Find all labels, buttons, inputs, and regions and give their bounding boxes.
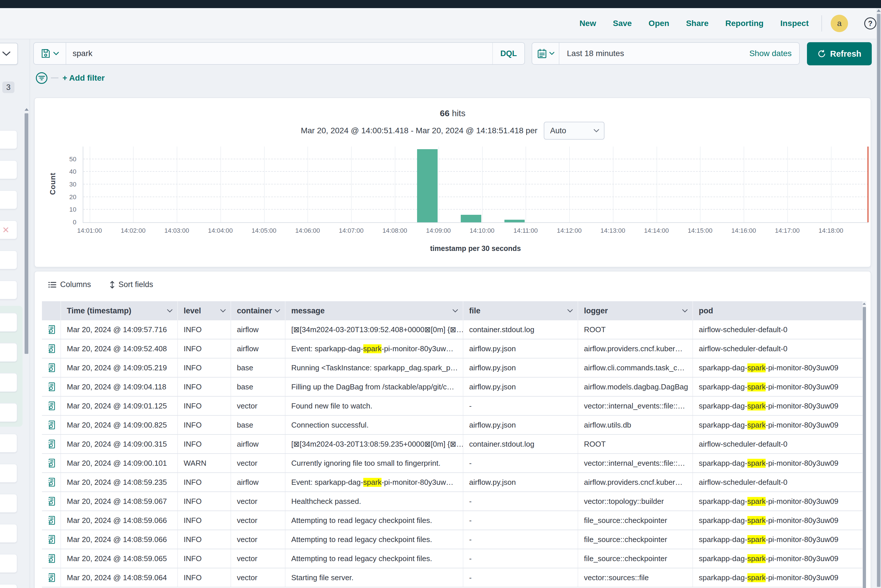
cell-logger: ROOT [578, 320, 693, 339]
expand-document-button[interactable] [42, 416, 61, 434]
cell-container: vector [231, 530, 286, 549]
documents-table-panel: Columns Sort fields Time (timestamp)leve… [34, 271, 871, 588]
field-item-button[interactable] [0, 494, 17, 513]
refresh-button[interactable]: Refresh [807, 42, 872, 65]
help-icon[interactable]: ? [864, 17, 876, 30]
sort-fields-button[interactable]: Sort fields [110, 280, 153, 289]
field-item-button[interactable] [0, 280, 17, 300]
x-tick-label: 14:18:00 [818, 227, 843, 234]
y-gridline [83, 159, 868, 159]
x-gridline [526, 147, 526, 222]
save-icon [41, 48, 51, 58]
field-item-button[interactable] [0, 373, 17, 392]
columns-button[interactable]: Columns [48, 280, 91, 289]
expand-document-button[interactable] [42, 511, 61, 530]
avatar[interactable]: a [831, 15, 848, 32]
cell-time: Mar 20, 2024 @ 14:08:59.064 [61, 568, 178, 587]
nav-new[interactable]: New [579, 19, 596, 28]
inspect-document-icon [46, 496, 56, 506]
field-item-button[interactable] [0, 250, 17, 269]
field-item-button[interactable] [0, 464, 17, 483]
x-gridline [700, 147, 701, 222]
nav-inspect[interactable]: Inspect [780, 19, 809, 28]
table-row: Mar 20, 2024 @ 14:09:00.101WARNvectorCur… [42, 454, 863, 473]
expand-document-button[interactable] [42, 435, 61, 453]
x-tick-label: 14:11:00 [513, 227, 538, 234]
column-header-container[interactable]: container [231, 301, 286, 320]
field-item-button[interactable] [0, 434, 17, 453]
cell-logger: ROOT [578, 435, 693, 453]
field-item-button[interactable] [0, 554, 17, 573]
expand-document-button[interactable] [42, 530, 61, 549]
nav-open[interactable]: Open [648, 19, 669, 28]
query-language-button[interactable]: DQL [492, 43, 525, 64]
column-header-level[interactable]: level [178, 301, 231, 320]
nav-save[interactable]: Save [613, 19, 632, 28]
histogram-bar[interactable] [504, 220, 525, 222]
expand-document-button[interactable] [42, 568, 61, 587]
sidebar-collapse-button[interactable] [0, 43, 18, 65]
remove-field-icon[interactable]: ✕ [2, 225, 9, 235]
rail-scrollbar[interactable] [25, 113, 29, 354]
filter-menu-button[interactable] [36, 72, 47, 84]
cell-level: INFO [178, 568, 231, 587]
field-item-button[interactable] [0, 130, 17, 149]
expand-document-button[interactable] [42, 378, 61, 396]
field-item-button[interactable]: ✕ [0, 220, 17, 239]
expand-document-button[interactable] [42, 492, 61, 510]
x-tick-label: 14:03:00 [164, 227, 189, 234]
histogram-bar[interactable] [417, 149, 437, 222]
field-item-button[interactable] [0, 343, 17, 362]
cell-file: - [463, 530, 578, 549]
field-item-button[interactable] [0, 160, 17, 179]
histogram-bar[interactable] [461, 215, 481, 222]
expand-document-button[interactable] [42, 320, 61, 339]
x-gridline [569, 147, 570, 222]
field-item-button[interactable] [0, 190, 17, 209]
page-scroll-up-arrow[interactable] [876, 9, 881, 12]
expand-document-button[interactable] [42, 358, 61, 377]
nav-reporting[interactable]: Reporting [725, 19, 764, 28]
table-scroll-up-arrow[interactable] [863, 303, 866, 305]
x-tick-label: 14:16:00 [731, 227, 756, 234]
expand-document-button[interactable] [42, 397, 61, 415]
histogram-plot[interactable]: 14:01:0014:02:0014:03:0014:04:0014:05:00… [83, 147, 868, 223]
field-item-button[interactable] [0, 584, 17, 588]
x-gridline [831, 147, 831, 222]
cell-logger: vector::sources::file [578, 568, 693, 587]
cell-file: airflow.py.json [463, 378, 578, 396]
expand-document-button[interactable] [42, 473, 61, 492]
interval-select[interactable]: Auto [544, 122, 604, 140]
page-scrollbar[interactable] [877, 14, 880, 587]
expand-document-button[interactable] [42, 454, 61, 472]
field-item-button[interactable] [0, 313, 17, 332]
table-scrollbar[interactable] [863, 307, 866, 588]
interval-value: Auto [550, 126, 566, 135]
rail-scroll-up-arrow[interactable] [25, 108, 29, 111]
column-header-message[interactable]: message [286, 301, 463, 320]
x-tick-label: 14:01:00 [77, 227, 102, 234]
time-range-value[interactable]: Last 18 minutes [559, 49, 749, 58]
cell-container: base [231, 378, 286, 396]
show-dates-button[interactable]: Show dates [749, 49, 799, 58]
add-filter-button[interactable]: + Add filter [63, 74, 105, 82]
nav-share[interactable]: Share [686, 19, 709, 28]
column-header-logger[interactable]: logger [578, 301, 693, 320]
expand-document-button[interactable] [42, 339, 61, 358]
search-input[interactable]: spark [66, 49, 492, 58]
cell-time: Mar 20, 2024 @ 14:09:00.315 [61, 435, 178, 453]
field-item-button[interactable] [0, 403, 17, 422]
x-tick-label: 14:15:00 [688, 227, 713, 234]
cell-file: - [463, 492, 578, 510]
quick-select-menu-button[interactable] [532, 43, 559, 64]
column-header-time-timestamp[interactable]: Time (timestamp) [61, 301, 178, 320]
field-item-button[interactable] [0, 524, 17, 543]
column-header-file[interactable]: file [463, 301, 578, 320]
column-header-control [42, 301, 61, 320]
saved-query-menu-button[interactable] [34, 43, 66, 64]
expand-document-button[interactable] [42, 549, 61, 568]
x-tick-label: 14:17:00 [775, 227, 800, 234]
x-tick-label: 14:02:00 [121, 227, 146, 234]
cell-container: airflow [231, 473, 286, 492]
y-gridline [83, 209, 868, 210]
